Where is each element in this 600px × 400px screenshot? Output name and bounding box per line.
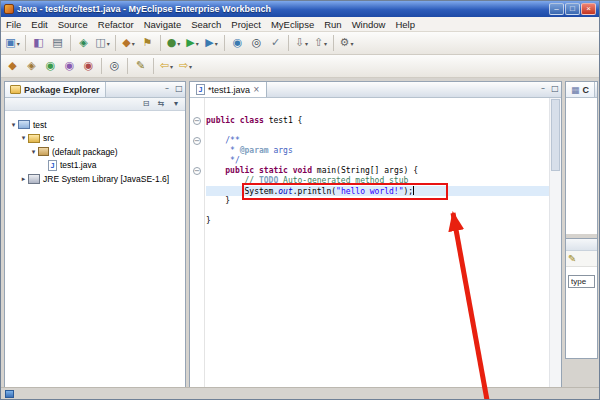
view-menu-icon[interactable]: ▾ — [170, 99, 182, 110]
code-text-area[interactable]: public class test1 { /** * @param args *… — [206, 98, 549, 388]
collapsed-arrow-icon[interactable]: ▸ — [19, 175, 28, 183]
code-token: */ — [230, 156, 240, 165]
menu-window[interactable]: Window — [347, 19, 391, 30]
panel-maximize-icon[interactable]: □ — [173, 84, 185, 95]
next-annotation-icon: ⇩ — [295, 35, 304, 51]
code-line[interactable]: public class test1 { — [206, 116, 549, 126]
menu-search[interactable]: Search — [186, 19, 226, 30]
prev-annotation-button[interactable]: ⇧▾ — [312, 34, 329, 52]
tree-item-jre-system-library-javase-1-6[interactable]: ▸JRE System Library [JavaSE-1.6] — [5, 172, 185, 186]
bookmark-button[interactable]: ⚑ — [139, 34, 156, 52]
menu-run[interactable]: Run — [319, 19, 346, 30]
expanded-arrow-icon[interactable]: ▾ — [9, 121, 18, 129]
tree-item-default-package[interactable]: ▾(default package) — [5, 145, 185, 159]
code-line[interactable]: * @param args — [206, 146, 549, 156]
menu-project[interactable]: Project — [226, 19, 266, 30]
menu-navigate[interactable]: Navigate — [139, 19, 187, 30]
new-wizard-button[interactable]: ▣▾ — [4, 34, 21, 52]
editor-minimize-icon[interactable]: – — [537, 84, 549, 95]
new-java-ee-project-button[interactable]: ◆▾ — [120, 34, 137, 52]
code-line[interactable] — [206, 206, 549, 216]
dropdown-arrow-icon[interactable]: ▾ — [350, 40, 353, 47]
new-enum-button[interactable]: ◉ — [80, 57, 97, 75]
next-annotation-button[interactable]: ⇩▾ — [293, 34, 310, 52]
tree-item-test[interactable]: ▾test — [5, 118, 185, 132]
minimize-button[interactable]: – — [549, 3, 564, 15]
tab-test1-java[interactable]: J *test1.java × — [190, 82, 267, 97]
save-button[interactable]: ◧ — [30, 34, 47, 52]
close-button[interactable]: × — [581, 3, 596, 15]
code-line[interactable]: /** — [206, 136, 549, 146]
new-package-button[interactable]: ◈ — [23, 57, 40, 75]
tree-item-test1-java[interactable]: Jtest1.java — [5, 159, 185, 173]
myeclipse-deploy-button[interactable]: ◈ — [75, 34, 92, 52]
new-java-project-button[interactable]: ◆ — [4, 57, 21, 75]
code-editor[interactable]: −−− public class test1 { /** * @param ar… — [190, 98, 561, 388]
dropdown-arrow-icon[interactable]: ▾ — [177, 40, 180, 47]
tab-package-explorer[interactable]: Package Explorer — [5, 82, 106, 97]
editor-scrollbar[interactable] — [549, 98, 561, 388]
settings-gear-button[interactable]: ⚙▾ — [338, 34, 355, 52]
code-line[interactable]: */ — [206, 156, 549, 166]
run-button[interactable]: ▶▾ — [184, 34, 201, 52]
editor-tab-row: J *test1.java × – □ — [190, 82, 561, 98]
dropdown-arrow-icon[interactable]: ▾ — [305, 40, 308, 47]
expanded-arrow-icon[interactable]: ▾ — [19, 134, 28, 142]
dropdown-arrow-icon[interactable]: ▾ — [17, 40, 20, 47]
code-line[interactable] — [206, 126, 549, 136]
menu-myeclipse[interactable]: MyEclipse — [266, 19, 319, 30]
panel-minimize-icon[interactable]: – — [161, 84, 173, 95]
dropdown-arrow-icon[interactable]: ▾ — [215, 40, 218, 47]
fold-marker-icon[interactable]: − — [193, 167, 201, 175]
dropdown-arrow-icon[interactable]: ▾ — [189, 63, 192, 70]
editor-maximize-icon[interactable]: □ — [549, 84, 561, 95]
fold-marker-icon[interactable]: − — [193, 137, 201, 145]
right-top-tab[interactable]: ▦ C — [566, 82, 595, 97]
menu-edit[interactable]: Edit — [26, 19, 52, 30]
tree-item-src[interactable]: ▾src — [5, 132, 185, 146]
code-line[interactable]: public static void main(String[] args) { — [206, 166, 549, 176]
gutter-line: − — [190, 116, 204, 126]
dropdown-arrow-icon[interactable]: ▾ — [196, 40, 199, 47]
search-button[interactable]: ◎ — [248, 34, 265, 52]
new-interface-button[interactable]: ◉ — [61, 57, 78, 75]
package-explorer-icon — [10, 85, 21, 94]
dropdown-arrow-icon[interactable]: ▾ — [107, 40, 110, 47]
menu-source[interactable]: Source — [53, 19, 93, 30]
javafile-icon: J — [48, 160, 57, 171]
tab-close-icon[interactable]: × — [253, 85, 260, 94]
last-edit-location-button[interactable]: ✎ — [132, 57, 149, 75]
new-class-button[interactable]: ◉ — [42, 57, 59, 75]
status-launch-icon[interactable] — [5, 390, 14, 398]
back-button[interactable]: ⇦▾ — [158, 57, 175, 75]
link-with-editor-icon[interactable]: ⇆ — [155, 99, 167, 110]
app-server-button[interactable]: ◫▾ — [94, 34, 111, 52]
menu-file[interactable]: File — [1, 19, 26, 30]
menu-help[interactable]: Help — [390, 19, 420, 30]
maximize-button[interactable]: □ — [565, 3, 580, 15]
code-token: } — [206, 196, 230, 205]
right-top-view: ▦ C — [566, 82, 597, 234]
java-search-button[interactable]: ◎ — [106, 57, 123, 75]
task-button[interactable]: ✓ — [267, 34, 284, 52]
code-token: } — [206, 216, 211, 225]
print-button[interactable]: ▤ — [49, 34, 66, 52]
fold-marker-icon[interactable]: − — [193, 117, 201, 125]
collapse-all-icon[interactable]: ⊟ — [140, 99, 152, 110]
web-browser-button[interactable]: ◉ — [229, 34, 246, 52]
dropdown-arrow-icon[interactable]: ▾ — [170, 63, 173, 70]
type-filter-input[interactable] — [568, 275, 595, 288]
scrollbar-thumb[interactable] — [551, 99, 560, 171]
pencil-icon[interactable]: ✎ — [568, 253, 576, 264]
dropdown-arrow-icon[interactable]: ▾ — [324, 40, 327, 47]
code-line[interactable]: } — [206, 216, 549, 226]
expanded-arrow-icon[interactable]: ▾ — [29, 148, 38, 156]
dropdown-arrow-icon[interactable]: ▾ — [132, 40, 135, 47]
code-line[interactable] — [206, 106, 549, 116]
debug-button[interactable]: ●▾ — [165, 34, 182, 52]
external-tools-button[interactable]: ▶▾ — [203, 34, 220, 52]
debug-icon: ● — [167, 35, 177, 51]
bookmark-icon: ⚑ — [143, 35, 153, 51]
forward-button[interactable]: ⇨▾ — [177, 57, 194, 75]
menu-refactor[interactable]: Refactor — [93, 19, 139, 30]
